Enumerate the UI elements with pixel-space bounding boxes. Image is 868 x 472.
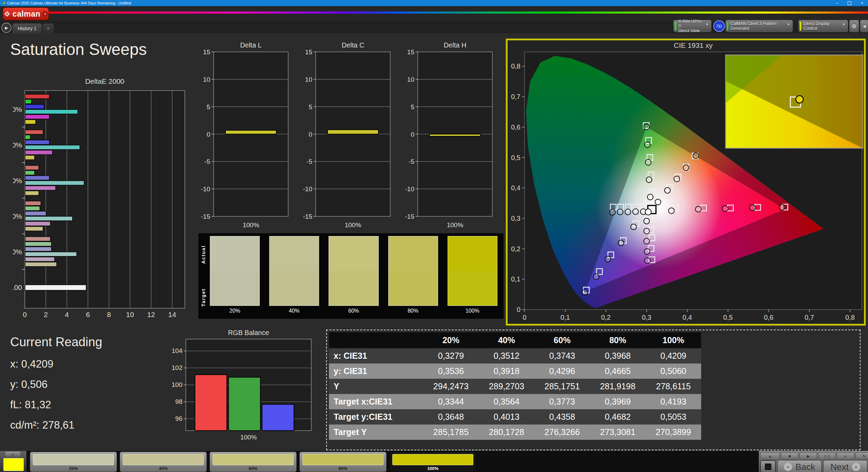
meter-dropdown-icon: ▼ bbox=[706, 23, 709, 26]
settings-gear-button[interactable]: ⚙ bbox=[849, 20, 859, 33]
svg-text:10: 10 bbox=[203, 76, 210, 83]
pattern-button-20%[interactable]: 20% bbox=[30, 452, 117, 472]
pattern-button-80%[interactable]: 80% bbox=[299, 452, 387, 472]
add-tab-button[interactable]: + bbox=[42, 23, 54, 34]
table-cell: 0,3969 bbox=[590, 394, 646, 409]
svg-text:-15: -15 bbox=[405, 213, 414, 220]
transport-play-button[interactable]: ▶ bbox=[800, 452, 817, 460]
table-cell: 0,3968 bbox=[590, 348, 646, 363]
pattern-side-panel: ▲ bbox=[0, 451, 26, 472]
svg-text:-5: -5 bbox=[409, 158, 414, 165]
back-button[interactable]: « Back bbox=[777, 460, 822, 472]
svg-text:0,4: 0,4 bbox=[683, 314, 692, 321]
transport-refresh-button[interactable]: ↻ bbox=[855, 452, 868, 460]
transport-stop-button[interactable]: ■ bbox=[781, 452, 798, 460]
svg-text:0,1: 0,1 bbox=[560, 314, 570, 321]
svg-text:0,3: 0,3 bbox=[642, 314, 651, 321]
pattern-button-60%[interactable]: 60% bbox=[210, 452, 297, 472]
svg-text:0: 0 bbox=[23, 311, 27, 318]
pattern-label: 20% bbox=[30, 466, 117, 471]
table-cell: 273,3081 bbox=[590, 425, 646, 440]
measured-circle-green bbox=[645, 142, 650, 148]
deltae2000-chart: DeltaE 200002468101214100%80%60%40%20%10… bbox=[13, 76, 191, 318]
minimize-button[interactable]: – bbox=[836, 1, 838, 5]
svg-text:15: 15 bbox=[305, 48, 312, 56]
meter-badge[interactable]: 711 bbox=[713, 20, 725, 32]
transport-marker-button[interactable]: [··] bbox=[818, 452, 836, 460]
svg-text:100%: 100% bbox=[240, 434, 257, 441]
measured-circle-magenta bbox=[644, 249, 650, 254]
transport-collapse-button[interactable]: ▲ bbox=[760, 452, 780, 460]
deltae-bar-60%-red bbox=[25, 165, 39, 170]
deltae-bar-80%-cyan bbox=[25, 145, 80, 150]
close-button[interactable]: × bbox=[861, 1, 863, 5]
table-header-60%: 60% bbox=[534, 332, 590, 348]
rgb-balance-chart: RGB Balance1041021009896100% bbox=[170, 330, 315, 441]
next-button[interactable]: Next » bbox=[823, 460, 867, 472]
svg-text:-10: -10 bbox=[303, 185, 312, 193]
run-button[interactable]: ▶ bbox=[1, 23, 12, 33]
svg-text:5: 5 bbox=[309, 103, 312, 111]
svg-text:0: 0 bbox=[206, 131, 210, 138]
display-control-button[interactable]: Direct Display Control ▼ bbox=[798, 20, 848, 33]
table-cell: 0,3512 bbox=[479, 348, 534, 363]
measured-circle-red bbox=[722, 206, 728, 212]
actual-target-swatch-panel: Actual Target 20%40%60%80%100% bbox=[198, 233, 504, 319]
source-name: CalMAN Client 3 Pattern Generator bbox=[730, 21, 784, 31]
saturation-data-table: 20%40%60%80%100%x: CIE310,32790,35120,37… bbox=[329, 332, 701, 440]
measured-circle-magenta bbox=[644, 238, 650, 244]
cie-1931-chart: CIE 1931 xy00,10,20,30,40,50,60,70,800,1… bbox=[508, 40, 864, 324]
measured-circle-red bbox=[750, 205, 755, 211]
transport-loop-button[interactable]: ∞ bbox=[837, 452, 854, 460]
table-header-20%: 20% bbox=[423, 332, 479, 348]
deltae-bar-100%-green bbox=[25, 99, 32, 104]
svg-text:102: 102 bbox=[172, 364, 182, 371]
table-cell: 270,3899 bbox=[646, 425, 701, 440]
swatch-label: 100% bbox=[448, 306, 497, 314]
pattern-source-button[interactable]: CalMAN Client 3 Pattern Generator ▼ bbox=[725, 20, 793, 33]
pattern-buttons: 20%40%60%80%100% bbox=[30, 452, 476, 472]
calman-diamond-icon bbox=[4, 11, 11, 17]
svg-text:-15: -15 bbox=[201, 213, 210, 220]
maximize-button[interactable] bbox=[848, 1, 851, 5]
back-chevron-icon: « bbox=[784, 463, 792, 471]
pattern-button-100%[interactable]: 100% bbox=[389, 452, 476, 472]
tab-history-1[interactable]: History 1 bbox=[12, 23, 42, 34]
table-header-40%: 40% bbox=[479, 332, 534, 348]
next-label: Next bbox=[830, 462, 848, 472]
deltae-bar-100%-cyan bbox=[25, 110, 78, 114]
svg-text:0: 0 bbox=[517, 306, 520, 313]
measured-circle-magenta bbox=[644, 218, 650, 224]
calman-menu-button[interactable]: calman ▼ bbox=[3, 7, 49, 20]
bottom-pattern-bar: ▲ 20%40%60%80%100% ▲ ■ ▶ [··] ∞ ↻ « Back… bbox=[0, 451, 868, 472]
svg-text:0,2: 0,2 bbox=[511, 245, 520, 253]
collapse-panel-button[interactable]: ◀ bbox=[860, 20, 868, 33]
delta_h-bar bbox=[430, 134, 480, 136]
stop-square-icon bbox=[765, 464, 771, 470]
swatch-label: 80% bbox=[388, 306, 438, 314]
pattern-button-40%[interactable]: 40% bbox=[120, 452, 207, 472]
delta-c-chart: Delta C151050-5-10-15100% bbox=[299, 41, 397, 231]
deltae-bar-40%-red bbox=[25, 201, 41, 205]
table-cell: 0,3743 bbox=[534, 348, 590, 363]
deltae-bar-80%-yellow bbox=[25, 155, 35, 160]
current-reading-title: Current Reading bbox=[10, 335, 102, 349]
table-cell: 0,3564 bbox=[479, 394, 534, 409]
measured-circle-cyan bbox=[617, 209, 623, 215]
measured-circle-blue bbox=[593, 274, 599, 280]
window-title: Calman 2025 Calman Ultimate for Business… bbox=[7, 1, 836, 5]
actual-swatch-20% bbox=[210, 236, 260, 271]
swatch-column-100%: 100% bbox=[448, 236, 497, 319]
table-row-label: Target x:CIE31 bbox=[329, 394, 423, 409]
deltae-bar-60%-green bbox=[25, 171, 35, 175]
cie-1931-panel[interactable]: CIE 1931 xy00,10,20,30,40,50,60,70,800,1… bbox=[506, 39, 866, 326]
svg-text:-10: -10 bbox=[201, 185, 210, 193]
svg-text:0,3: 0,3 bbox=[511, 215, 520, 222]
svg-text:80%: 80% bbox=[13, 141, 22, 149]
pattern-panel-up-button[interactable]: ▲ bbox=[5, 452, 20, 457]
meter-device-button[interactable]: X-Rite i1Pro 3 Direct View ▼ bbox=[673, 20, 712, 33]
deltae-bar-40%-green bbox=[25, 206, 40, 211]
svg-text:0,1: 0,1 bbox=[511, 275, 520, 283]
svg-text:10: 10 bbox=[407, 76, 414, 83]
stop-measure-button[interactable] bbox=[760, 460, 776, 472]
